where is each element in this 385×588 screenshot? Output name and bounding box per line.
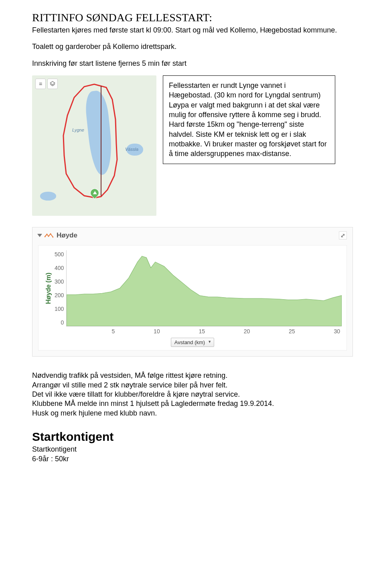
xtick: 5 [112,328,115,335]
note-line: Det vil ikke være tillatt for klubber/fo… [32,390,353,399]
note-line: Arrangør vil stille med 2 stk nøytrale s… [32,381,353,390]
ytick: 300 [55,278,64,285]
intro-paragraph-1: Fellestarten kjøres med første start kl … [32,26,353,35]
ytick: 200 [55,292,64,298]
ytick: 100 [55,306,64,312]
intro-paragraph-2: Toalett og garderober på Kollemo idretts… [32,42,353,51]
expand-icon[interactable]: ⤢ [339,231,347,239]
elevation-panel: Høyde ⤢ Høyde (m) 500 400 300 200 100 0 … [32,227,353,357]
xtick: 15 [199,328,205,335]
fee-line: 6-9år : 50kr [32,454,353,464]
svg-point-2 [48,236,49,237]
xtick: 20 [244,328,250,335]
note-line: Nødvendig trafikk på vestsiden, MÅ følge… [32,371,353,380]
layers-icon [50,81,55,87]
ytick: 0 [61,319,64,326]
xtick: 25 [289,328,295,335]
svg-point-3 [50,233,51,235]
map-layers-button[interactable] [47,79,58,89]
x-axis-unit-select[interactable]: Avstand (km) [171,338,214,347]
map-and-description-row: Lygne Vássla ≡ Fellesstarten er rundt Ly… [32,75,353,216]
elevation-panel-title: Høyde [57,231,77,239]
note-line: Klubbene MÅ melde inn minst 1 hjulsett p… [32,399,353,408]
chart-x-axis-ticks: 0 5 10 15 20 25 30 [68,326,342,335]
chart-plot-area [66,250,342,326]
elevation-panel-header[interactable]: Høyde ⤢ [38,231,347,239]
svg-point-1 [47,234,48,235]
chart-y-axis-ticks: 500 400 300 200 100 0 [54,250,66,326]
xtick: 10 [154,328,160,335]
elevation-series-icon [45,233,53,238]
intro-paragraph-3: Innskriving før start listene fjernes 5 … [32,59,353,68]
ytick: 500 [55,251,64,258]
bottom-notes: Nødvendig trafikk på vestsiden, MÅ følge… [32,371,353,418]
fee-subheading: Startkontigent [32,444,353,454]
map-menu-button[interactable]: ≡ [35,79,46,89]
route-map[interactable]: Lygne Vássla ≡ [32,75,156,216]
xtick: 30 [334,328,340,335]
page-title: RITTINFO SØNDAG FELLESSTART: [32,11,353,24]
note-line: Husk og merk hjulene med klubb navn. [32,409,353,418]
chart-y-axis-label: Høyde (m) [43,250,54,326]
collapse-triangle-icon [37,234,42,237]
route-description-box: Fellesstarten er rundt Lynge vannet i Hæ… [163,75,335,164]
fee-heading: Startkontigent [32,430,353,444]
elevation-chart: Høyde (m) 500 400 300 200 100 0 0 5 10 1… [38,245,347,351]
ytick: 400 [55,265,64,271]
map-controls: ≡ [35,79,58,89]
